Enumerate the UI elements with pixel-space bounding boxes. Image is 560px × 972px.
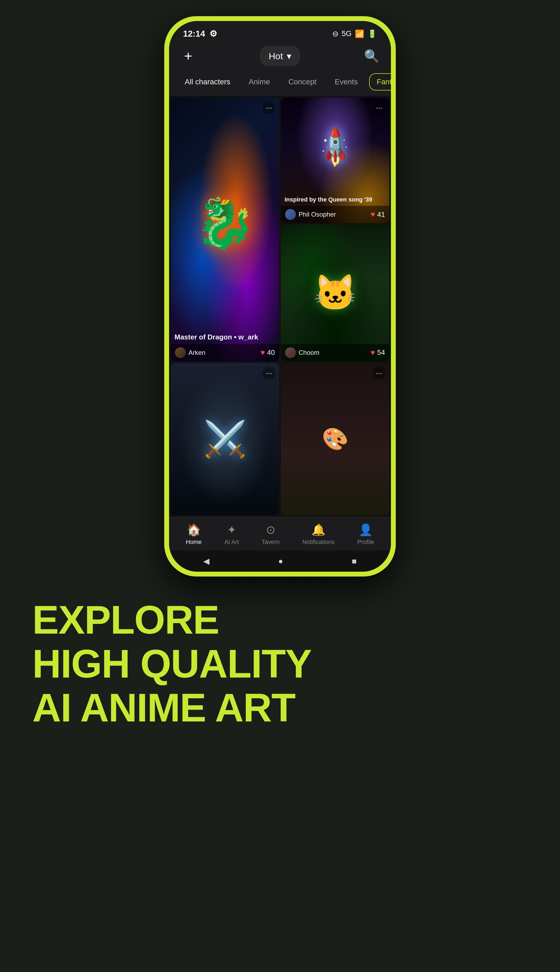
ai-art-icon: ✦ (227, 523, 237, 536)
cat-author-name: Choom (298, 349, 319, 356)
spaceship-author: Phil Osopher (285, 209, 336, 220)
dragon-more-button[interactable]: ··· (262, 101, 275, 114)
status-left: 12:14 ⚙ (183, 28, 217, 39)
ai-art-label: AI Art (225, 539, 239, 546)
card-dragon[interactable]: ··· Master of Dragon • w_ark Arken ♥ 40 (171, 97, 279, 361)
status-bar: 12:14 ⚙ ⊖ 5G 📶 🔋 (169, 21, 391, 43)
status-network: 5G (342, 29, 352, 38)
sort-label: Hot (269, 51, 283, 62)
bottom-nav: 🏠 Home ✦ AI Art ⊙ Tavern 🔔 Notifications… (169, 517, 391, 550)
spaceship-author-name: Phil Osopher (298, 210, 336, 218)
android-back-button[interactable]: ◀ (203, 556, 210, 566)
cat-likes[interactable]: ♥ 54 (370, 348, 385, 357)
tab-anime[interactable]: Anime (242, 73, 277, 90)
warrior-more-button[interactable]: ··· (262, 367, 275, 379)
profile-icon: 👤 (358, 523, 373, 536)
profile-label: Profile (357, 539, 374, 546)
gear-icon: ⚙ (210, 28, 217, 39)
cat-image (281, 225, 389, 361)
tab-concept[interactable]: Concept (282, 73, 323, 90)
content-grid: ··· Master of Dragon • w_ark Arken ♥ 40 (169, 96, 391, 517)
nav-notifications[interactable]: 🔔 Notifications (295, 521, 342, 548)
status-time: 12:14 (183, 29, 205, 39)
nav-ai-art[interactable]: ✦ AI Art (217, 521, 247, 548)
nav-tavern[interactable]: ⊙ Tavern (254, 521, 287, 548)
top-bar: + Hot ▾ 🔍 (169, 43, 391, 71)
anime-partial-image (281, 363, 389, 515)
card-cat[interactable]: Choom ♥ 54 (281, 225, 389, 361)
tab-events[interactable]: Events (328, 73, 365, 90)
spaceship-avatar (285, 209, 296, 220)
warrior-image (171, 363, 279, 515)
cat-heart-icon: ♥ (370, 348, 375, 357)
nav-home[interactable]: 🏠 Home (178, 521, 209, 548)
card-anime-partial[interactable]: ··· (281, 363, 389, 515)
tavern-icon: ⊙ (266, 523, 275, 536)
spaceship-card-bottom: Inspired by the Queen song '39 Phil Osop… (281, 206, 389, 223)
spaceship-title: Inspired by the Queen song '39 (285, 196, 385, 203)
phone-frame: 12:14 ⚙ ⊖ 5G 📶 🔋 + Hot ▾ 🔍 (164, 16, 396, 576)
anime-more-button[interactable]: ··· (373, 367, 385, 379)
dragon-likes[interactable]: ♥ 40 (260, 348, 275, 357)
android-recent-button[interactable]: ■ (352, 556, 357, 566)
spaceship-image (281, 97, 389, 223)
spaceship-likes[interactable]: ♥ 41 (370, 210, 385, 219)
status-signal-icon: 📶 (355, 29, 364, 38)
notifications-label: Notifications (302, 539, 335, 546)
card-warrior[interactable]: ··· (171, 363, 279, 515)
nav-profile[interactable]: 👤 Profile (350, 521, 382, 548)
tab-fantasy[interactable]: Fantasy (369, 73, 391, 90)
dragon-card-bottom: Master of Dragon • w_ark Arken ♥ 40 (171, 344, 279, 361)
android-home-button[interactable]: ● (278, 556, 283, 566)
status-do-not-disturb: ⊖ (332, 29, 338, 38)
cat-like-count: 54 (377, 348, 385, 357)
hero-line-2: HIGH QUALITY (32, 642, 528, 686)
add-button[interactable]: + (179, 47, 198, 65)
cat-card-bottom: Choom ♥ 54 (281, 344, 389, 361)
dragon-heart-icon: ♥ (260, 348, 265, 357)
notifications-icon: 🔔 (312, 523, 325, 536)
dragon-author-name: Arken (188, 349, 205, 356)
search-button[interactable]: 🔍 (362, 47, 381, 65)
hero-line-3: AI ANIME ART (32, 686, 528, 730)
status-battery-icon: 🔋 (367, 29, 377, 38)
spaceship-more-button[interactable]: ··· (373, 101, 385, 114)
sort-dropdown[interactable]: Hot ▾ (260, 46, 300, 66)
cat-author: Choom (285, 347, 319, 358)
phone-screen: 12:14 ⚙ ⊖ 5G 📶 🔋 + Hot ▾ 🔍 (169, 21, 391, 572)
android-nav-bar: ◀ ● ■ (169, 550, 391, 572)
dropdown-icon: ▾ (287, 51, 291, 62)
status-right: ⊖ 5G 📶 🔋 (332, 29, 377, 38)
spaceship-like-count: 41 (377, 210, 385, 219)
home-label: Home (186, 539, 202, 546)
cat-avatar (285, 347, 296, 358)
card-spaceship[interactable]: ··· Inspired by the Queen song '39 Phil … (281, 97, 389, 223)
home-icon: 🏠 (187, 523, 201, 536)
category-tabs: All characters Anime Concept Events Fant… (169, 71, 391, 96)
dragon-author: Arken (175, 347, 205, 358)
hero-text-section: EXPLORE HIGH QUALITY AI ANIME ART (0, 598, 560, 730)
hero-line-1: EXPLORE (32, 598, 528, 642)
dragon-like-count: 40 (267, 348, 275, 357)
tab-all-characters[interactable]: All characters (178, 73, 237, 90)
spaceship-heart-icon: ♥ (370, 210, 375, 219)
dragon-avatar (175, 347, 186, 358)
dragon-title: Master of Dragon • w_ark (175, 333, 275, 341)
search-icon: 🔍 (364, 49, 379, 63)
dragon-image (171, 97, 279, 361)
tavern-label: Tavern (262, 539, 280, 546)
